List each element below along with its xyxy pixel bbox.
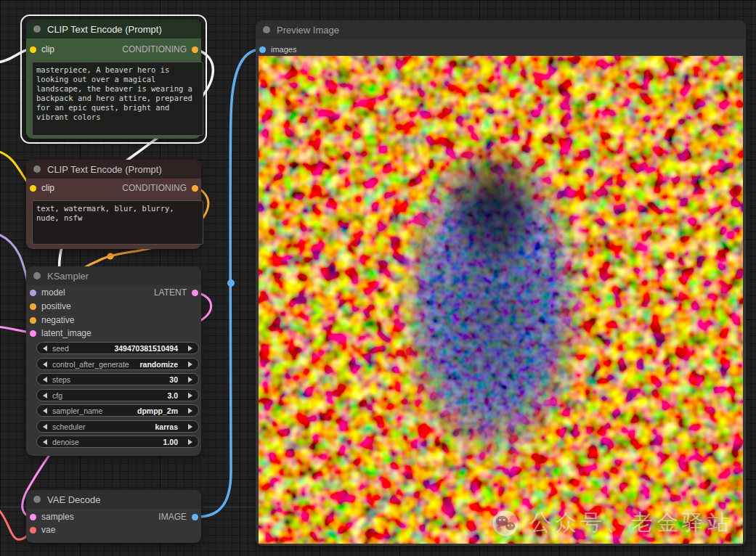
output-port-label: CONDITIONING (122, 44, 187, 54)
input-port-label: latent_image (41, 328, 92, 338)
output-port-label: IMAGE (158, 512, 187, 522)
input-row-clip: clip (30, 43, 54, 56)
node-clip-text-encode-negative[interactable]: CLIP Text Encode (Prompt) clip CONDITION… (26, 160, 201, 249)
increment-arrow-icon[interactable] (188, 408, 192, 414)
input-row-vae: vae (30, 523, 55, 536)
node-collapse-dot[interactable] (33, 272, 41, 279)
node-header[interactable]: CLIP Text Encode (Prompt) (26, 20, 201, 38)
link-clip-to-positive-prompt (0, 49, 30, 62)
input-row-model: model (30, 286, 65, 299)
input-port-images[interactable] (259, 46, 266, 53)
input-port-vae[interactable] (30, 527, 36, 533)
input-port-label: clip (41, 44, 54, 54)
increment-arrow-icon[interactable] (188, 377, 192, 383)
node-title: KSampler (47, 271, 89, 282)
input-port-positive[interactable] (30, 303, 36, 310)
node-collapse-dot[interactable] (33, 165, 41, 173)
input-port-clip[interactable] (30, 185, 36, 192)
input-port-model[interactable] (30, 290, 36, 296)
widget-value: 30 (169, 375, 178, 384)
node-clip-text-encode-positive[interactable]: CLIP Text Encode (Prompt) clip CONDITION… (26, 20, 201, 139)
widget-value: karras (155, 422, 178, 431)
watermark: 公众号、老金驿站 (492, 508, 733, 538)
link-image-to-preview (198, 49, 261, 517)
increment-arrow-icon[interactable] (188, 439, 192, 445)
output-row-conditioning: CONDITIONING (122, 181, 198, 195)
decrement-arrow-icon[interactable] (43, 424, 47, 430)
watermark-text: 公众号、老金驿站 (529, 508, 733, 538)
widget-label: denoise (52, 438, 79, 446)
widget-control-after-generate[interactable]: control_after_generate randomize (36, 358, 199, 370)
increment-arrow-icon[interactable] (188, 346, 192, 351)
link-latent-image-to-ksampler (0, 327, 30, 332)
widget-cfg[interactable]: cfg 3.0 (36, 389, 199, 401)
widget-label: seed (52, 344, 69, 353)
widget-denoise[interactable]: denoise 1.00 (36, 436, 199, 448)
input-port-clip[interactable] (30, 46, 36, 53)
increment-arrow-icon[interactable] (188, 393, 192, 398)
decrement-arrow-icon[interactable] (43, 439, 47, 445)
link-midpoint-dot-image (227, 279, 235, 287)
node-graph-canvas[interactable]: CLIP Text Encode (Prompt) clip CONDITION… (0, 0, 756, 556)
decrement-arrow-icon[interactable] (43, 361, 47, 367)
widget-label: sampler_name (52, 406, 102, 415)
node-header[interactable]: CLIP Text Encode (Prompt) (26, 160, 201, 179)
input-port-label: clip (41, 183, 54, 193)
output-row-latent: LATENT (154, 286, 198, 299)
output-port-conditioning[interactable] (192, 46, 198, 53)
input-row-samples: samples (30, 510, 74, 523)
node-title: Preview Image (277, 25, 339, 36)
input-port-label: negative (41, 315, 74, 325)
node-collapse-dot[interactable] (263, 26, 270, 33)
link-model-to-ksampler (0, 234, 30, 292)
input-row-clip: clip (30, 181, 54, 195)
decrement-arrow-icon[interactable] (43, 408, 47, 414)
widget-label: control_after_generate (52, 360, 129, 369)
node-ksampler[interactable]: KSampler model LATENT positive negative … (26, 266, 201, 456)
input-row-negative: negative (30, 314, 74, 327)
input-row-positive: positive (30, 300, 71, 313)
node-collapse-dot[interactable] (33, 25, 41, 33)
input-row-latent-image: latent_image (30, 327, 92, 340)
output-port-conditioning[interactable] (192, 185, 198, 192)
node-title: CLIP Text Encode (Prompt) (47, 164, 162, 175)
node-header[interactable]: KSampler (26, 266, 201, 285)
positive-prompt-textarea[interactable]: masterpiece, A beaver hero is looking ou… (32, 62, 203, 136)
input-port-label: samples (41, 512, 74, 522)
node-title: VAE Decode (47, 494, 100, 505)
output-port-label: CONDITIONING (122, 183, 187, 193)
output-row-image: IMAGE (158, 510, 198, 523)
node-preview-image[interactable]: Preview Image images (256, 20, 746, 546)
link-midpoint-dot-conditioning (107, 253, 114, 260)
output-port-latent[interactable] (192, 290, 198, 296)
input-port-label: vae (41, 525, 55, 535)
node-vae-decode[interactable]: VAE Decode samples IMAGE vae (26, 490, 201, 543)
output-port-label: LATENT (154, 287, 187, 298)
output-port-image[interactable] (192, 514, 198, 520)
node-collapse-dot[interactable] (33, 496, 41, 503)
node-header[interactable]: VAE Decode (26, 490, 201, 509)
decrement-arrow-icon[interactable] (43, 393, 47, 398)
wechat-icon (492, 510, 519, 537)
input-port-latent-image[interactable] (30, 330, 36, 337)
widget-scheduler[interactable]: scheduler karras (36, 420, 199, 433)
negative-prompt-textarea[interactable]: text, watermark, blur, blurry, nude, nsf… (32, 200, 203, 245)
input-port-label: model (41, 287, 65, 298)
decrement-arrow-icon[interactable] (43, 346, 47, 351)
widget-sampler-name[interactable]: sampler_name dpmpp_2m (36, 404, 199, 417)
input-port-label: images (271, 45, 296, 54)
input-port-samples[interactable] (30, 514, 36, 520)
widget-value: randomize (139, 360, 178, 369)
widget-value: dpmpp_2m (137, 406, 178, 415)
decrement-arrow-icon[interactable] (43, 377, 47, 383)
widget-value: 3.0 (167, 391, 178, 400)
widget-steps[interactable]: steps 30 (36, 373, 199, 385)
noise-image (259, 56, 743, 544)
node-header[interactable]: Preview Image (256, 20, 746, 39)
widget-seed[interactable]: seed 349470381510494 (36, 342, 199, 354)
widget-label: steps (52, 375, 70, 384)
increment-arrow-icon[interactable] (188, 424, 192, 430)
node-title: CLIP Text Encode (Prompt) (47, 24, 162, 35)
increment-arrow-icon[interactable] (188, 361, 192, 367)
input-port-negative[interactable] (30, 317, 36, 324)
